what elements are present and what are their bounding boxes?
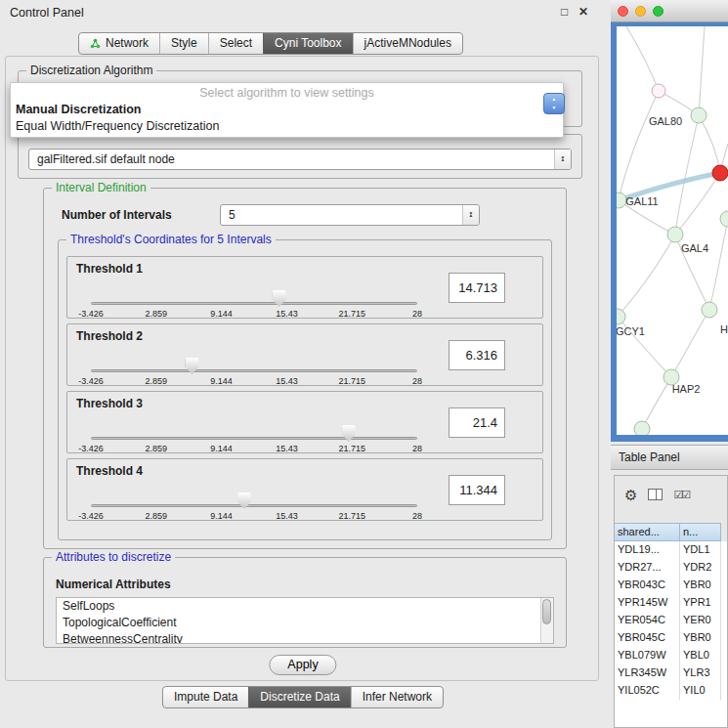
minimize-traffic-light-icon[interactable] <box>635 6 646 17</box>
slider-tick-label: 28 <box>412 309 422 319</box>
network-node[interactable] <box>667 227 683 242</box>
table-row[interactable]: YPR145WYPR1 <box>615 594 727 612</box>
threshold-value-field[interactable]: 14.713 <box>449 273 505 303</box>
slider-tick-label: 2.859 <box>146 309 168 319</box>
table-panel-header[interactable]: Table Panel <box>611 445 728 470</box>
close-traffic-light-icon[interactable] <box>618 6 628 17</box>
table-row[interactable]: YDL19...YDL1 <box>615 541 727 559</box>
threshold-label: Threshold 4 <box>76 464 143 478</box>
threshold-panel: Threshold 2-3.4262.8599.14415.4321.71528… <box>66 323 543 386</box>
tab-infer-network[interactable]: Infer Network <box>351 687 443 707</box>
network-node[interactable] <box>634 421 650 435</box>
threshold-slider[interactable]: -3.4262.8599.14415.4321.71528 <box>91 290 417 318</box>
table-row[interactable]: YIL052CYIL0 <box>615 682 727 700</box>
network-node[interactable] <box>617 309 625 324</box>
network-node-labels: GAL80 GAL11 GAL4 GCY1 HAP2 H <box>617 115 728 395</box>
table-row[interactable]: YBR045CYBR0 <box>615 629 727 647</box>
attribute-list-item[interactable]: TopologicalCoefficient <box>57 615 553 631</box>
threshold-list: Threshold 1-3.4262.8599.14415.4321.71528… <box>66 256 543 526</box>
tab-impute-data[interactable]: Impute Data <box>163 687 248 707</box>
slider-tick-label: 21.715 <box>338 511 365 521</box>
interval-definition-group-label: Interval Definition <box>52 181 150 194</box>
screen: Control Panel □ ✕ NetworkStyleSelectCyni… <box>0 0 728 728</box>
tab-label: Network <box>106 36 149 50</box>
select-columns-icon[interactable]: ☑☑ <box>673 489 689 501</box>
threshold-label: Threshold 3 <box>76 397 143 410</box>
table-row[interactable]: YBR043CYBR0 <box>615 577 727 594</box>
threshold-slider[interactable]: -3.4262.8599.14415.4321.71528 <box>91 358 417 385</box>
slider-tick-label: 15.43 <box>276 309 298 319</box>
tab-jactivemnodules[interactable]: jActiveMNodules <box>353 33 462 54</box>
threshold-label: Threshold 2 <box>76 329 143 343</box>
slider-tick-label: 15.43 <box>276 444 298 453</box>
thresholds-group-label: Threshold's Coordinates for 5 Intervals <box>66 233 276 246</box>
network-window-titlebar[interactable] <box>611 0 728 22</box>
node-label: GAL4 <box>681 242 708 254</box>
apply-button[interactable]: Apply <box>269 655 336 675</box>
algorithm-placeholder: Select algorithm to view settings <box>11 83 563 102</box>
node-label: HAP2 <box>672 383 701 395</box>
threshold-panel: Threshold 3-3.4262.8599.14415.4321.71528… <box>66 391 543 453</box>
tab-label: Style <box>171 36 197 50</box>
gear-icon[interactable]: ⚙ <box>624 488 637 502</box>
columns-icon[interactable] <box>648 489 663 500</box>
attribute-list-item[interactable]: SelfLoops <box>57 598 553 615</box>
slider-tick-label: 28 <box>412 511 422 521</box>
table-cell: YDL19... <box>615 541 680 559</box>
threshold-label: Threshold 1 <box>76 262 143 276</box>
threshold-slider[interactable]: -3.4262.8599.14415.4321.71528 <box>91 492 417 520</box>
table-row[interactable]: YER054CYER0 <box>615 612 727 629</box>
attributes-scrollbar[interactable] <box>540 598 553 643</box>
tab-select[interactable]: Select <box>208 33 263 54</box>
table-row[interactable]: YBL079WYBL0 <box>615 647 727 664</box>
tab-style[interactable]: Style <box>159 33 208 54</box>
threshold-value-field[interactable]: 6.316 <box>449 340 505 370</box>
node-label: GCY1 <box>617 325 645 337</box>
cyni-bottom-tabs: Impute DataDiscretize DataInfer Network <box>162 686 444 708</box>
table-cell: YBL079W <box>615 647 680 664</box>
table-cell: YIL052C <box>615 682 680 700</box>
network-node[interactable] <box>720 211 728 227</box>
table-row[interactable]: YLR345WYLR3 <box>615 664 727 682</box>
slider-tick-label: 15.43 <box>276 376 298 386</box>
attributes-group-label: Attributes to discretize <box>52 550 175 564</box>
table-cell: YBR0 <box>680 629 721 647</box>
network-node-selected[interactable] <box>712 165 728 181</box>
tab-label: Infer Network <box>363 690 432 704</box>
threshold-slider[interactable]: -3.4262.8599.14415.4321.71528 <box>91 425 417 452</box>
slider-tick-label: 2.859 <box>146 376 168 386</box>
slider-tick-label: 21.715 <box>338 309 365 319</box>
table-data-combobox[interactable]: galFiltered.sif default node <box>28 149 572 170</box>
algorithm-option[interactable]: Equal Width/Frequency Discretization <box>11 118 563 135</box>
table-cell: YBR043C <box>615 577 680 594</box>
tab-network[interactable]: Network <box>79 33 159 54</box>
table-cell: YDR27... <box>615 559 680 577</box>
algorithm-option[interactable]: Manual Discretization <box>11 102 563 118</box>
algorithm-combo-spinner[interactable] <box>543 93 565 114</box>
network-icon <box>90 38 101 49</box>
attributes-group: Attributes to discretize Numerical Attri… <box>43 557 567 648</box>
attributes-scrollbar-thumb[interactable] <box>542 599 551 624</box>
tab-label: Discretize Data <box>260 690 339 704</box>
threshold-value-field[interactable]: 11.344 <box>449 475 505 505</box>
float-window-icon[interactable]: □ <box>561 5 568 19</box>
numerical-attributes-list[interactable]: SelfLoopsTopologicalCoefficientBetweenne… <box>56 597 554 644</box>
attribute-list-item[interactable]: BetweennessCentrality <box>57 631 553 644</box>
column-header[interactable]: n... <box>680 523 721 541</box>
tab-discretize-data[interactable]: Discretize Data <box>248 687 350 707</box>
network-node[interactable] <box>691 107 707 123</box>
network-node[interactable] <box>702 302 717 318</box>
table-row[interactable]: YDR27...YDR2 <box>615 559 727 577</box>
close-icon[interactable]: ✕ <box>578 5 588 19</box>
column-header[interactable]: shared... <box>615 523 680 541</box>
zoom-traffic-light-icon[interactable] <box>653 6 664 17</box>
number-of-intervals-combobox[interactable]: 5 <box>220 204 480 226</box>
threshold-panel: Threshold 4-3.4262.8599.14415.4321.71528… <box>66 458 543 521</box>
slider-tick-label: 2.859 <box>146 444 168 453</box>
tab-cyni-toolbox[interactable]: Cyni Toolbox <box>263 33 352 54</box>
algorithm-dropdown-popup: Select algorithm to view settingsManual … <box>10 82 564 138</box>
threshold-value-field[interactable]: 21.4 <box>449 407 505 438</box>
network-node[interactable] <box>652 84 665 98</box>
network-canvas[interactable]: GAL80 GAL11 GAL4 GCY1 HAP2 H <box>617 26 728 435</box>
numerical-attributes-label: Numerical Attributes <box>56 578 171 591</box>
